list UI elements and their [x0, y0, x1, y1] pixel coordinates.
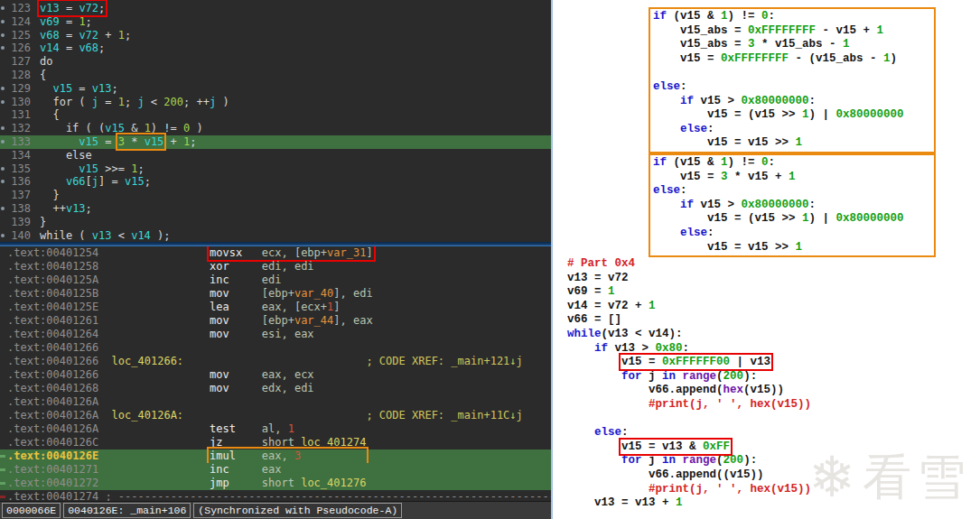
line-number: 123 — [0, 2, 31, 15]
line-number: 140 — [0, 229, 31, 242]
asm-address: .text:00401261 — [7, 314, 98, 327]
pseudocode-line[interactable]: 131 { — [0, 108, 551, 122]
pseudocode-text: } — [31, 216, 46, 229]
pseudocode-line[interactable]: 133 v15 = 3 * v15 + 1; — [0, 135, 551, 149]
line-number: 125 — [0, 29, 31, 42]
asm-line[interactable]: .text:00401266 — [0, 341, 551, 355]
asm-line[interactable]: .text:00401274 ; -----------------------… — [0, 490, 551, 501]
pseudocode-line[interactable]: 139} — [0, 216, 551, 229]
pseudocode-text: v69 = 1; — [31, 15, 92, 29]
line-number: 129 — [0, 82, 31, 96]
line-marker-dot — [1, 167, 5, 171]
asm-address: .text:0040126E — [7, 449, 98, 462]
pseudocode-text: else — [31, 149, 92, 162]
script-line — [567, 412, 980, 427]
script-line: v13 = v72 — [567, 272, 980, 286]
asm-line[interactable]: .text:00401271 inc eax — [0, 463, 551, 477]
pseudocode-line[interactable]: 130 for ( j = 1; j < 200; ++j ) — [0, 96, 551, 109]
line-number: 130 — [0, 96, 31, 109]
asm-line[interactable]: .text:00401268 mov edx, edi — [0, 382, 551, 395]
pseudocode-line[interactable]: 126v14 = v68; — [0, 42, 551, 55]
line-number: 134 — [0, 149, 31, 162]
asm-line[interactable]: .text:0040125A inc edi — [0, 273, 551, 287]
asm-line[interactable]: .text:00401264 mov esi, eax — [0, 328, 551, 341]
status-field: 0040126E: _main+106 — [63, 503, 191, 518]
pseudocode-line[interactable]: 125v68 = v72 + 1; — [0, 29, 551, 42]
asm-line[interactable]: .text:0040126A — [0, 395, 551, 409]
script-line: if v15 > 0x80000000: — [653, 95, 934, 109]
script-line: v15_abs = 0xFFFFFFFF - v15 + 1 — [653, 24, 934, 39]
asm-address: .text:00401271 — [7, 463, 98, 476]
script-line: v15 = v15 >> 1 — [653, 136, 934, 151]
line-marker-dot — [1, 234, 5, 237]
asm-address: .text:00401264 — [7, 328, 98, 340]
line-number: 132 — [0, 122, 31, 135]
asm-address: .text:0040125A — [7, 273, 98, 286]
pseudocode-text: do — [31, 55, 52, 69]
pseudocode-text: { — [31, 69, 46, 82]
pseudocode-view[interactable]: 123v13 = v72;124v69 = 1;125v68 = v72 + 1… — [0, 0, 551, 242]
pseudocode-line[interactable]: 140while ( v13 < v14 ); — [0, 229, 551, 242]
snowflake-icon: ❄ — [808, 450, 855, 505]
pseudocode-line[interactable]: 127do — [0, 55, 551, 69]
script-line: else: — [653, 227, 934, 241]
pseudocode-line[interactable]: 136 v66[j] = v15; — [0, 175, 551, 189]
line-number: 139 — [0, 216, 31, 229]
line-number: 135 — [0, 162, 31, 176]
script-line: v69 = 1 — [567, 285, 980, 300]
asm-line[interactable]: .text:00401254 movsx ecx, [ebp+var_31] — [0, 246, 551, 260]
pseudocode-text: v66[j] = v15; — [31, 175, 151, 189]
asm-address: .text:0040125E — [7, 301, 98, 313]
script-line: while(v13 < v14): — [567, 328, 980, 342]
orange-annotation-box: if (v15 & 1) != 0: v15 = 3 * v15 + 1else… — [649, 153, 936, 257]
asm-address: .text:00401274 — [7, 490, 98, 501]
disassembly-listing[interactable]: .text:00401254 movsx ecx, [ebp+var_31].t… — [0, 246, 551, 501]
asm-address: .text:0040126A — [7, 409, 98, 422]
asm-line[interactable]: .text:0040126A loc_40126A: ; CODE XREF: … — [0, 409, 551, 422]
pseudocode-text: v68 = v72 + 1; — [31, 29, 131, 42]
asm-line[interactable]: .text:0040125B mov [ebp+var_40], edi — [0, 287, 551, 301]
line-number: 137 — [0, 189, 31, 202]
pseudocode-line[interactable]: 134 else — [0, 149, 551, 162]
pseudocode-line[interactable]: 135 v15 >>= 1; — [0, 162, 551, 176]
pseudocode-line[interactable]: 128{ — [0, 69, 551, 82]
script-line: v66.append(hex(v15)) — [567, 384, 980, 398]
script-line: if v13 > 0x80: — [567, 342, 980, 357]
asm-address: .text:00401254 — [7, 246, 98, 259]
margin-mark — [0, 455, 5, 458]
orange-annotation-box: 3 * v15 — [118, 135, 164, 148]
pseudocode-text: { — [31, 108, 60, 122]
asm-line[interactable]: .text:00401258 xor edi, edi — [0, 260, 551, 273]
asm-line[interactable]: .text:0040126A test al, 1 — [0, 422, 551, 436]
line-number: 131 — [0, 108, 31, 122]
red-annotation-box: v15 = 0xFFFFFF00 | v13 — [621, 356, 770, 368]
asm-line[interactable]: .text:00401266 mov eax, ecx — [0, 368, 551, 382]
asm-line[interactable]: .text:0040126C jz short loc_401274 — [0, 436, 551, 449]
pseudocode-line[interactable]: 129 v15 = v13; — [0, 82, 551, 96]
line-number: 136 — [0, 175, 31, 189]
pseudocode-text: while ( v13 < v14 ); — [31, 229, 171, 242]
asm-line[interactable]: .text:0040125E lea eax, [ecx+1] — [0, 301, 551, 314]
script-line: v15 = 0xFFFFFF00 | v13 — [567, 356, 980, 370]
script-line: v15_abs = 3 * v15_abs - 1 — [653, 38, 934, 52]
pseudocode-text: v14 = v68; — [31, 42, 105, 55]
pseudocode-line[interactable]: 132 if ( (v15 & 1) != 0 ) — [0, 122, 551, 135]
pseudocode-line[interactable]: 123v13 = v72; — [0, 2, 551, 15]
pseudocode-line[interactable]: 124v69 = 1; — [0, 15, 551, 29]
script-line: if v15 > 0x80000000: — [653, 199, 934, 213]
line-number: 127 — [0, 55, 31, 69]
pseudocode-line[interactable]: 138 ++v13; — [0, 202, 551, 216]
asm-line[interactable]: .text:0040126E imul eax, 3 — [0, 449, 551, 463]
pseudocode-line[interactable]: 137 } — [0, 189, 551, 202]
margin-mark — [0, 496, 5, 498]
pseudocode-text: if ( (v15 & 1) != 0 ) — [31, 122, 203, 135]
asm-line[interactable]: .text:00401272 jmp short loc_401276 — [0, 477, 551, 490]
pseudocode-text: v13 = v72; — [31, 2, 105, 15]
asm-line[interactable]: .text:00401266 loc_401266: ; CODE XREF: … — [0, 355, 551, 368]
python-script-pane: if (v15 & 1) != 0: v15_abs = 0xFFFFFFFF … — [553, 0, 980, 519]
script-line: # Part 0x4 — [567, 257, 980, 272]
pseudocode-text: v15 = v13; — [31, 82, 118, 96]
line-number: 138 — [0, 202, 31, 216]
asm-line[interactable]: .text:00401261 mov [ebp+var_44], eax — [0, 314, 551, 328]
asm-address: .text:0040126A — [7, 422, 98, 435]
